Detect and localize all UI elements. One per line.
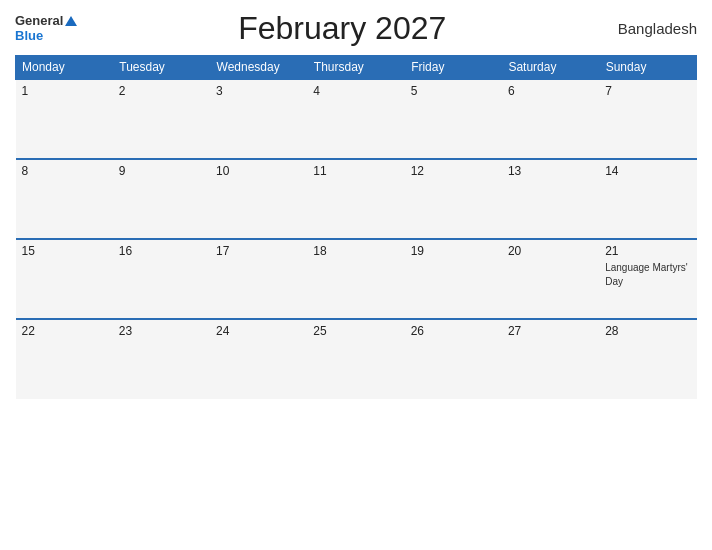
day-cell-10: 10 xyxy=(210,159,307,239)
day-number-6: 6 xyxy=(508,84,593,98)
day-number-26: 26 xyxy=(411,324,496,338)
day-cell-17: 17 xyxy=(210,239,307,319)
event-21: Language Martyrs' Day xyxy=(605,262,688,287)
day-cell-20: 20 xyxy=(502,239,599,319)
day-cell-25: 25 xyxy=(307,319,404,399)
logo: General Blue xyxy=(15,14,77,43)
day-cell-27: 27 xyxy=(502,319,599,399)
calendar-title: February 2027 xyxy=(77,10,607,47)
day-number-2: 2 xyxy=(119,84,204,98)
day-cell-15: 15 xyxy=(16,239,113,319)
day-cell-9: 9 xyxy=(113,159,210,239)
day-number-18: 18 xyxy=(313,244,398,258)
week-row-3: 15161718192021Language Martyrs' Day xyxy=(16,239,697,319)
col-monday: Monday xyxy=(16,56,113,80)
day-cell-6: 6 xyxy=(502,79,599,159)
day-number-13: 13 xyxy=(508,164,593,178)
day-number-3: 3 xyxy=(216,84,301,98)
day-number-9: 9 xyxy=(119,164,204,178)
day-cell-16: 16 xyxy=(113,239,210,319)
day-cell-4: 4 xyxy=(307,79,404,159)
day-number-16: 16 xyxy=(119,244,204,258)
logo-triangle-icon xyxy=(65,16,77,26)
col-thursday: Thursday xyxy=(307,56,404,80)
day-cell-2: 2 xyxy=(113,79,210,159)
week-row-2: 891011121314 xyxy=(16,159,697,239)
day-cell-12: 12 xyxy=(405,159,502,239)
col-wednesday: Wednesday xyxy=(210,56,307,80)
day-cell-19: 19 xyxy=(405,239,502,319)
day-number-24: 24 xyxy=(216,324,301,338)
day-cell-23: 23 xyxy=(113,319,210,399)
country-label: Bangladesh xyxy=(607,20,697,37)
col-saturday: Saturday xyxy=(502,56,599,80)
calendar-header: General Blue February 2027 Bangladesh xyxy=(15,10,697,47)
day-number-27: 27 xyxy=(508,324,593,338)
day-number-10: 10 xyxy=(216,164,301,178)
col-friday: Friday xyxy=(405,56,502,80)
day-number-15: 15 xyxy=(22,244,107,258)
day-cell-22: 22 xyxy=(16,319,113,399)
day-number-1: 1 xyxy=(22,84,107,98)
day-cell-7: 7 xyxy=(599,79,696,159)
day-number-23: 23 xyxy=(119,324,204,338)
day-cell-14: 14 xyxy=(599,159,696,239)
day-number-5: 5 xyxy=(411,84,496,98)
day-cell-28: 28 xyxy=(599,319,696,399)
day-cell-3: 3 xyxy=(210,79,307,159)
day-number-22: 22 xyxy=(22,324,107,338)
day-number-21: 21 xyxy=(605,244,690,258)
calendar-grid: Monday Tuesday Wednesday Thursday Friday… xyxy=(15,55,697,399)
week-row-1: 1234567 xyxy=(16,79,697,159)
col-tuesday: Tuesday xyxy=(113,56,210,80)
day-number-8: 8 xyxy=(22,164,107,178)
day-number-12: 12 xyxy=(411,164,496,178)
day-number-28: 28 xyxy=(605,324,690,338)
day-cell-26: 26 xyxy=(405,319,502,399)
day-cell-21: 21Language Martyrs' Day xyxy=(599,239,696,319)
day-cell-5: 5 xyxy=(405,79,502,159)
day-number-4: 4 xyxy=(313,84,398,98)
calendar-container: General Blue February 2027 Bangladesh Mo… xyxy=(0,0,712,550)
day-cell-24: 24 xyxy=(210,319,307,399)
day-number-20: 20 xyxy=(508,244,593,258)
day-number-17: 17 xyxy=(216,244,301,258)
day-cell-8: 8 xyxy=(16,159,113,239)
day-number-7: 7 xyxy=(605,84,690,98)
day-cell-11: 11 xyxy=(307,159,404,239)
logo-blue-text: Blue xyxy=(15,28,43,43)
day-cell-1: 1 xyxy=(16,79,113,159)
col-sunday: Sunday xyxy=(599,56,696,80)
day-number-11: 11 xyxy=(313,164,398,178)
weekday-header-row: Monday Tuesday Wednesday Thursday Friday… xyxy=(16,56,697,80)
day-number-19: 19 xyxy=(411,244,496,258)
week-row-4: 22232425262728 xyxy=(16,319,697,399)
logo-general-text: General xyxy=(15,14,63,27)
day-cell-18: 18 xyxy=(307,239,404,319)
day-cell-13: 13 xyxy=(502,159,599,239)
day-number-25: 25 xyxy=(313,324,398,338)
day-number-14: 14 xyxy=(605,164,690,178)
